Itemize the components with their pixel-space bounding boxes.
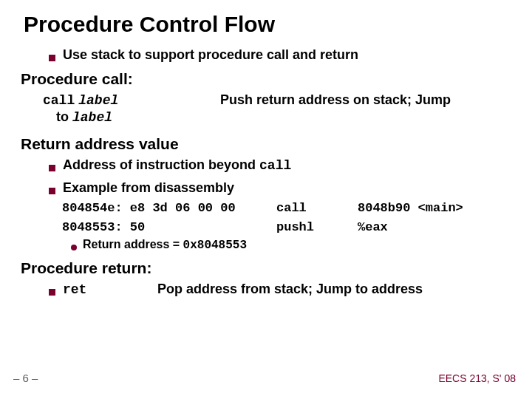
ra-val: 0x8048553	[183, 239, 247, 252]
square-bullet-icon	[49, 165, 55, 171]
label-keyword: label	[78, 93, 118, 108]
section-proc-return: Procedure return:	[21, 259, 511, 277]
square-bullet-icon	[49, 188, 55, 194]
page-title: Procedure Control Flow	[24, 12, 511, 37]
disasm-op: call	[276, 199, 358, 218]
ret-desc: Pop address from stack; Jump to address	[157, 282, 423, 297]
bullet-text: Use stack to support procedure call and …	[63, 47, 358, 63]
addr-pre: Address of instruction beyond	[63, 157, 259, 172]
circle-bullet-icon	[71, 245, 77, 250]
ret-line: ret Pop address from stack; Jump to addr…	[49, 282, 511, 297]
bullet-text: Address of instruction beyond call	[63, 157, 291, 173]
page-number: – 6 –	[13, 372, 38, 384]
return-addr-annotation: Return address = 0x8048553	[71, 238, 511, 252]
disasm-row: 8048553: 50 pushl %eax	[62, 218, 511, 237]
disasm-op: pushl	[276, 218, 358, 237]
square-bullet-icon	[49, 289, 55, 296]
call-keyword: call	[43, 93, 75, 108]
addr-code: call	[259, 158, 291, 173]
disasm-row: 804854e: e8 3d 06 00 00 call 8048b90 <ma…	[62, 199, 511, 218]
call-label-line: call label Push return address on stack;…	[43, 92, 511, 108]
to-keyword: to	[56, 109, 69, 124]
call-syntax: call label	[43, 92, 220, 108]
disasm-bytes: 8048553: 50	[62, 218, 276, 237]
course-id: EECS 213, S' 08	[438, 372, 516, 384]
ra-pre: Return address =	[83, 238, 183, 250]
disasm-arg: 8048b90 <main>	[358, 199, 511, 218]
bullet-text: Example from disassembly	[63, 180, 234, 196]
call-desc: Push return address on stack; Jump	[220, 92, 451, 108]
bullet-example: Example from disassembly	[49, 180, 511, 196]
section-proc-call: Procedure call:	[21, 70, 511, 88]
label-keyword-2: label	[72, 110, 112, 125]
disasm-arg: %eax	[358, 218, 511, 237]
return-addr-text: Return address = 0x8048553	[83, 238, 247, 252]
ret-keyword: ret	[63, 282, 157, 297]
bullet-use-stack: Use stack to support procedure call and …	[49, 47, 511, 63]
bullet-addr-beyond: Address of instruction beyond call	[49, 157, 511, 173]
slide: Procedure Control Flow Use stack to supp…	[0, 0, 532, 399]
section-return-addr: Return address value	[21, 135, 511, 153]
disasm-bytes: 804854e: e8 3d 06 00 00	[62, 199, 276, 218]
call-to-label: to label	[56, 108, 511, 126]
square-bullet-icon	[49, 55, 55, 61]
